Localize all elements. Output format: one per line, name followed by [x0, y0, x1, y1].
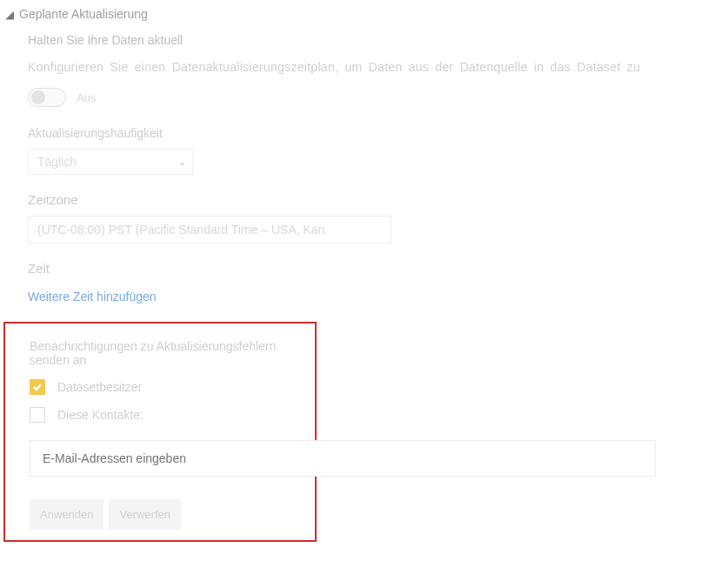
frequency-label: Aktualisierungshäufigkeit — [28, 126, 728, 140]
owner-checkbox[interactable] — [30, 379, 45, 395]
timezone-label: Zeitzone — [28, 192, 728, 207]
check-icon — [32, 382, 43, 392]
toggle-state-label: Aus — [77, 91, 96, 104]
frequency-select-wrap: Täglich ⌄ — [28, 149, 193, 175]
notify-label: Benachrichtigungen zu Aktualisierungsfeh… — [30, 339, 315, 367]
caret-down-icon: ◢ — [5, 8, 14, 21]
owner-checkbox-label: Datasetbesitzer — [57, 380, 142, 394]
contacts-checkbox-row: Diese Kontakte: — [30, 407, 315, 423]
add-time-link[interactable]: Weitere Zeit hinzufügen — [28, 290, 157, 304]
contacts-checkbox[interactable] — [30, 407, 45, 423]
schedule-toggle[interactable] — [28, 88, 66, 107]
apply-button[interactable]: Anwenden — [30, 499, 104, 530]
section-description: Konfigurieren Sie einen Datenaktualisier… — [28, 61, 728, 74]
button-row: Anwenden Verwerfen — [30, 499, 315, 530]
section-title: Geplante Aktualisierung — [19, 7, 148, 21]
email-input[interactable] — [30, 440, 656, 477]
frequency-select[interactable]: Täglich — [28, 149, 193, 175]
timezone-select[interactable]: (UTC-08:00) PST (Pacific Standard Time –… — [28, 216, 391, 244]
schedule-toggle-row: Aus — [28, 88, 728, 107]
section-subtitle: Halten Sie Ihre Daten aktuell — [28, 33, 728, 47]
contacts-checkbox-label: Diese Kontakte: — [57, 408, 144, 422]
section-header[interactable]: ◢ Geplante Aktualisierung — [0, 0, 728, 26]
section-body: Halten Sie Ihre Daten aktuell Konfigurie… — [0, 33, 728, 542]
owner-checkbox-row: Datasetbesitzer — [30, 379, 315, 395]
discard-button[interactable]: Verwerfen — [109, 499, 181, 530]
time-label: Zeit — [28, 261, 728, 276]
toggle-knob — [31, 90, 45, 104]
notification-highlight-box: Benachrichtigungen zu Aktualisierungsfeh… — [3, 322, 317, 542]
